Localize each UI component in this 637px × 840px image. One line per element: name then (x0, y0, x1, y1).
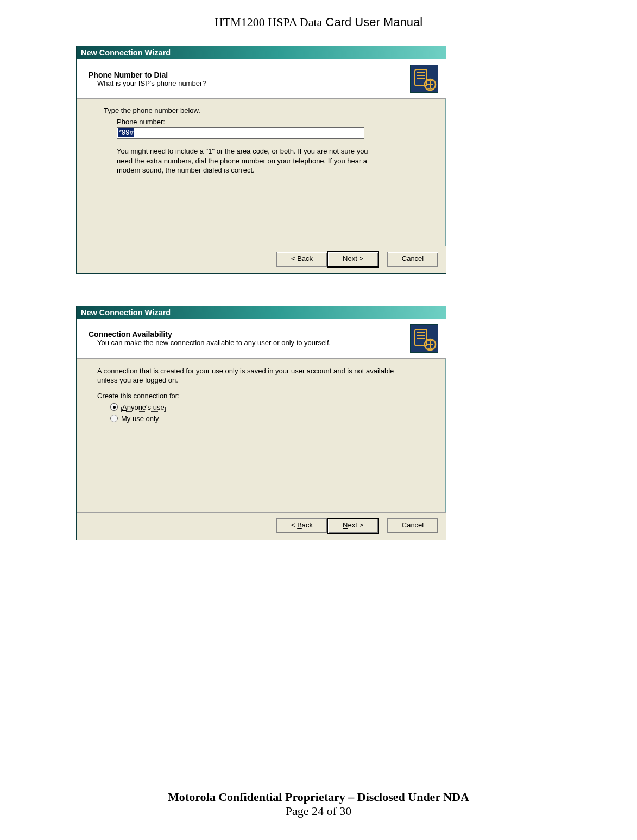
wizard-connection-availability: New Connection Wizard Connection Availab… (76, 306, 446, 540)
radio-myuse[interactable]: My use only (110, 415, 430, 423)
connection-icon (410, 65, 438, 93)
availability-radio-group: Anyone's use My use only (110, 403, 430, 423)
wizard-content: Type the phone number below. Phone numbe… (77, 99, 446, 246)
create-connection-label: Create this connection for: (97, 392, 430, 400)
radio-icon (110, 403, 118, 411)
wizard-phone-number: New Connection Wizard Phone Number to Di… (76, 46, 446, 274)
footer-page-number: Page 24 of 30 (0, 804, 637, 818)
header-title: Connection Availability (89, 330, 331, 339)
header-title: Phone Number to Dial (89, 71, 206, 79)
header-subtitle: What is your ISP's phone number? (89, 79, 206, 87)
phone-hint: You might need to include a "1" or the a… (117, 147, 372, 175)
next-button[interactable]: Next > (327, 518, 379, 533)
type-instruction: Type the phone number below. (104, 106, 430, 114)
header-text-left: HTM1200 HSPA Data (215, 15, 322, 29)
titlebar: New Connection Wizard (77, 46, 446, 59)
header-text-right: Card User Manual (322, 15, 422, 29)
footer-confidential: Motorola Confidential Proprietary – Disc… (0, 790, 637, 804)
cancel-button[interactable]: Cancel (387, 518, 438, 533)
page-header: HTM1200 HSPA Data Card User Manual (0, 0, 637, 35)
back-button[interactable]: < Back (276, 518, 327, 533)
next-button[interactable]: Next > (327, 252, 379, 267)
radio-anyone[interactable]: Anyone's use (110, 403, 430, 412)
radio-label: My use only (121, 415, 159, 423)
header-subtitle: You can make the new connection availabl… (89, 339, 331, 347)
wizard-button-bar: < Back Next > Cancel (77, 512, 446, 540)
radio-label: Anyone's use (121, 403, 166, 412)
titlebar: New Connection Wizard (77, 306, 446, 319)
phone-number-input[interactable]: *99# (117, 127, 364, 139)
cancel-button[interactable]: Cancel (387, 252, 438, 267)
connection-icon (410, 324, 438, 353)
back-button[interactable]: < Back (276, 252, 327, 267)
wizard-content: A connection that is created for your us… (77, 359, 446, 512)
page-footer: Motorola Confidential Proprietary – Disc… (0, 790, 637, 818)
wizard-header: Connection Availability You can make the… (77, 319, 446, 359)
availability-intro: A connection that is created for your us… (97, 366, 401, 385)
phone-number-value: *99# (118, 128, 134, 137)
radio-icon (110, 415, 118, 422)
wizard-button-bar: < Back Next > Cancel (77, 246, 446, 273)
wizard-header: Phone Number to Dial What is your ISP's … (77, 59, 446, 99)
phone-number-label: Phone number: (117, 118, 430, 126)
